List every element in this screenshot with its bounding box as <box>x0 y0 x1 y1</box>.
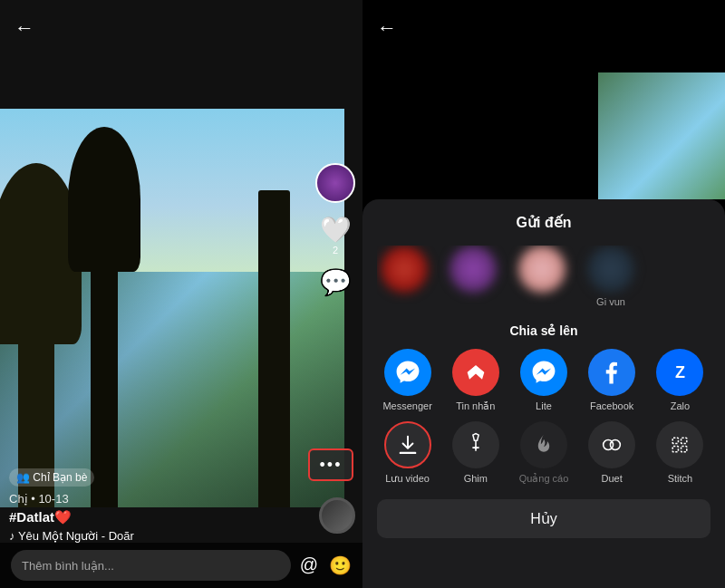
flame-svg <box>531 432 556 458</box>
share-stitch[interactable]: Stitch <box>650 421 710 485</box>
tinhan-icon-circle <box>452 349 499 396</box>
lite-icon-circle <box>520 349 567 396</box>
svg-point-5 <box>611 440 621 450</box>
share-zalo[interactable]: Z Zalo <box>650 349 710 412</box>
svg-rect-9 <box>682 447 687 452</box>
heart-icon: 🤍 <box>320 217 352 243</box>
share-tinhan[interactable]: Tin nhắn <box>445 349 506 412</box>
download-svg <box>395 432 420 458</box>
tinhan-label: Tin nhắn <box>456 400 495 412</box>
contact-avatar-3 <box>518 246 566 293</box>
right-back-button[interactable]: ← <box>377 16 397 40</box>
send-to-section: Gi vun <box>377 246 710 307</box>
cancel-button[interactable]: Hủy <box>377 499 710 538</box>
like-button[interactable]: 🤍 2 <box>320 217 352 255</box>
comment-input[interactable]: Thêm bình luận... <box>11 550 291 581</box>
right-top-area: ← <box>362 0 725 199</box>
pin-svg <box>463 432 488 458</box>
tree-right <box>258 190 290 507</box>
tinhan-svg <box>463 360 488 385</box>
zalo-icon-circle: Z <box>656 349 703 396</box>
messenger-icon-circle <box>384 349 431 396</box>
contacts-row: Gi vun <box>377 246 710 307</box>
video-background <box>0 109 344 507</box>
svg-marker-1 <box>467 365 484 380</box>
comment-bar: Thêm bình luận... @ 🙂 <box>0 543 362 588</box>
hashtag-text: #Datlat❤️ <box>9 509 353 525</box>
facebook-svg <box>599 360 624 385</box>
comment-action-icons: @ 🙂 <box>300 554 352 576</box>
svg-rect-2 <box>399 452 416 454</box>
quangcao-icon-circle <box>520 421 567 468</box>
messenger-svg <box>395 360 420 385</box>
contact-item[interactable]: Gi vun <box>584 246 638 307</box>
share-bottom-sheet: Gửi đến Gi vun <box>362 199 725 588</box>
duet-label: Duet <box>602 473 623 484</box>
svg-rect-8 <box>673 447 679 452</box>
user-info: Chị̣ • 10-13 <box>9 492 353 506</box>
share-duet[interactable]: Duet <box>582 421 643 485</box>
share-lite[interactable]: Lite <box>513 349 574 412</box>
share-quangcao[interactable]: Quảng cáo <box>513 421 574 485</box>
privacy-badge: 👥 Chỉ Bạn bè <box>9 468 94 487</box>
left-back-button[interactable]: ← <box>14 16 34 40</box>
contact-name-4: Gi vun <box>596 296 625 307</box>
duet-icon-circle <box>588 421 635 468</box>
more-options-button[interactable]: ••• <box>308 448 353 481</box>
share-grid-row2: Lưu video Ghim Quảng cá <box>377 421 710 485</box>
stitch-icon-circle <box>656 421 703 468</box>
right-panel: ← Gửi đến Gi <box>362 0 725 588</box>
stitch-svg <box>667 432 692 458</box>
svg-rect-7 <box>682 438 687 443</box>
emoji-icon[interactable]: 🙂 <box>329 554 352 576</box>
tree-mid <box>91 163 118 507</box>
comment-icon: 💬 <box>320 270 352 295</box>
zalo-text: Z <box>675 363 685 382</box>
like-count: 2 <box>333 245 338 255</box>
share-facebook[interactable]: Facebook <box>582 349 643 412</box>
share-grid-row1: Messenger Tin nhắn Lite <box>377 349 710 412</box>
send-to-title: Gửi đến <box>377 214 710 231</box>
video-info-overlay: 👥 Chỉ Bạn bè Chị̣ • 10-13 #Datlat❤️ ♪ Yê… <box>9 468 353 543</box>
svg-rect-6 <box>673 438 679 443</box>
left-panel: ← 🤍 2 💬 ••• 👥 Chỉ Bạn bè Chị̣ • 10-13 #D… <box>0 0 362 588</box>
zalo-label: Zalo <box>671 400 690 411</box>
share-ghim[interactable]: Ghim <box>445 421 506 485</box>
lite-svg <box>531 360 556 385</box>
contact-item[interactable] <box>515 246 569 307</box>
share-title: Chia sẻ lên <box>377 323 710 338</box>
mention-icon[interactable]: @ <box>300 554 318 576</box>
share-luu-video[interactable]: Lưu video <box>377 421 438 485</box>
facebook-icon-circle <box>588 349 635 396</box>
contact-item[interactable] <box>446 246 500 307</box>
video-thumbnail <box>598 72 725 199</box>
contact-avatar-4 <box>587 246 634 293</box>
contact-item[interactable] <box>377 246 431 307</box>
svg-point-3 <box>474 447 477 449</box>
music-disc <box>319 497 355 534</box>
stitch-label: Stitch <box>668 473 693 484</box>
action-buttons: 🤍 2 💬 <box>315 163 355 295</box>
messenger-label: Messenger <box>382 400 431 411</box>
ghim-icon-circle <box>452 421 499 468</box>
ghim-label: Ghim <box>464 473 488 484</box>
lite-label: Lite <box>536 400 552 411</box>
quangcao-label: Quảng cáo <box>519 473 569 485</box>
luu-video-label: Lưu video <box>385 473 430 485</box>
facebook-label: Facebook <box>590 400 633 411</box>
duet-svg <box>599 432 624 458</box>
luu-video-icon-circle <box>384 421 431 468</box>
share-messenger[interactable]: Messenger <box>377 349 438 412</box>
comment-button[interactable]: 💬 <box>320 270 352 295</box>
dots-icon: ••• <box>320 456 343 475</box>
contact-avatar-2 <box>450 246 497 293</box>
music-info: ♪ Yêu Một Người - Doãr <box>9 529 353 543</box>
contact-avatar-1 <box>381 246 428 293</box>
creator-avatar[interactable] <box>315 163 355 203</box>
tree-left <box>18 217 54 507</box>
